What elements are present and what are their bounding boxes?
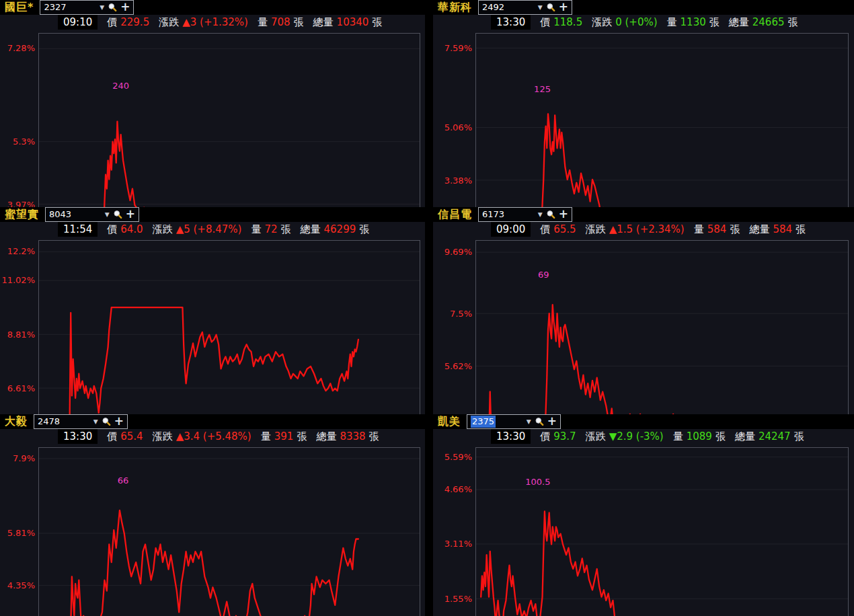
chart-plot[interactable]: 6963.3 (475, 240, 849, 414)
stock-code-combobox[interactable]: 2478 ▼ + (34, 414, 128, 429)
stock-panel: 凱美 2375 ▼ + 13:30 價93.7 漲跌▼2.9 (-3%) 量10… (433, 414, 854, 616)
total-volume-group: 總量24247張 (735, 430, 804, 443)
plus-icon[interactable]: + (120, 1, 130, 13)
volume-unit: 張 (297, 430, 307, 442)
price-line-above-close (481, 305, 788, 414)
chart-area: 5.59%4.66%3.11%1.55%0%-1.55%-3.11%-4.55%… (433, 444, 854, 616)
total-volume-label: 總量 (313, 16, 334, 28)
column-divider (425, 207, 433, 414)
price-line-below-close (44, 307, 358, 414)
price-value: 93.7 (553, 430, 576, 442)
search-icon[interactable] (108, 3, 117, 12)
y-tick-label: 1.55% (444, 594, 472, 604)
price-group: 價93.7 (540, 430, 576, 443)
price-label: 價 (107, 223, 117, 235)
price-label: 價 (540, 430, 550, 442)
total-volume-group: 總量46299張 (301, 223, 370, 236)
chart-area: 7.59%5.06%3.38%1.69%0%-1.69%-3.38% 12511… (433, 30, 854, 207)
quote-status-bar: 09:10 價229.5 漲跌▲3 (+1.32%) 量708張 總量10340… (0, 15, 425, 30)
quote-time: 13:30 (58, 429, 98, 444)
price-line-above-close (44, 122, 358, 207)
y-tick-label: 7.59% (444, 42, 472, 52)
chart-plot[interactable]: 100.593.7 (475, 447, 849, 616)
y-tick-label: 5.62% (444, 360, 472, 371)
chevron-down-icon[interactable]: ▼ (93, 418, 98, 425)
volume-value: 391 (274, 430, 294, 442)
price-group: 價118.5 (540, 16, 582, 29)
price-value: 118.5 (553, 16, 582, 28)
stock-panel: 華新科 2492 ▼ + 13:30 價118.5 漲跌0 (+0%) 量113… (433, 0, 854, 207)
y-axis: 5.59%4.66%3.11%1.55%0%-1.55%-3.11%-4.55% (433, 447, 475, 616)
stock-code-input[interactable]: 2327 (44, 1, 96, 13)
change-group: 漲跌▲5 (+8.47%) (153, 223, 242, 236)
price-label: 價 (540, 223, 550, 235)
price-group: 價64.0 (107, 223, 143, 236)
price-line-above-close (44, 510, 358, 616)
y-tick-label: 3.97% (7, 199, 35, 207)
total-volume-unit: 張 (787, 16, 798, 28)
plus-icon[interactable]: + (114, 416, 124, 427)
volume-label: 量 (258, 16, 268, 28)
stock-panel: 國巨* 2327 ▼ + 09:10 價229.5 漲跌▲3 (+1.32%) … (0, 0, 425, 207)
price-line-above-close (481, 114, 788, 207)
volume-unit: 張 (281, 223, 291, 235)
stock-code-input[interactable]: 2492 (482, 1, 535, 13)
search-icon[interactable] (102, 417, 111, 426)
quote-time: 09:10 (58, 15, 98, 30)
column-divider (425, 414, 433, 616)
total-volume-value: 10340 (337, 16, 369, 28)
chevron-down-icon[interactable]: ▼ (527, 418, 531, 425)
plus-icon[interactable]: + (559, 208, 568, 220)
change-group: 漲跌▼2.9 (-3%) (586, 430, 664, 443)
y-tick-label: 5.81% (7, 528, 35, 538)
plus-icon[interactable]: + (559, 1, 568, 13)
chevron-down-icon[interactable]: ▼ (100, 4, 104, 11)
chevron-down-icon[interactable]: ▼ (105, 211, 110, 218)
total-volume-value: 584 (773, 223, 792, 235)
panel-header: 凱美 2375 ▼ + (433, 414, 854, 429)
chart-plot[interactable]: 6661.5 (38, 447, 420, 616)
y-tick-label: 4.35% (7, 580, 35, 590)
y-tick-label: 9.69% (444, 247, 472, 257)
quote-status-bar: 09:00 價65.5 漲跌▲1.5 (+2.34%) 量584張 總量584張 (433, 222, 854, 237)
plus-icon[interactable]: + (126, 208, 135, 220)
total-volume-group: 總量10340張 (313, 16, 383, 29)
stock-code-combobox[interactable]: 6173 ▼ + (478, 207, 572, 222)
stock-code-combobox[interactable]: 2327 ▼ + (40, 0, 134, 15)
chart-area: 9.69%7.5%5.62%3.75%1.88%0%-1.88%-2.97% 6… (433, 237, 854, 414)
chart-plot[interactable]: 240227 (38, 33, 420, 207)
quote-time: 11:54 (58, 222, 98, 237)
quote-status-bar: 13:30 價65.4 漲跌▲3.4 (+5.48%) 量391張 總量8338… (0, 429, 425, 444)
search-icon[interactable] (546, 3, 555, 12)
total-volume-group: 總量584張 (749, 223, 806, 236)
price-value: 65.5 (553, 223, 576, 235)
search-icon[interactable] (535, 417, 544, 426)
stock-code-combobox[interactable]: 2492 ▼ + (478, 0, 572, 15)
stock-code-input[interactable]: 6173 (482, 208, 535, 221)
chart-plot[interactable]: 125116.5 (475, 33, 849, 207)
search-icon[interactable] (113, 210, 122, 219)
plus-icon[interactable]: + (547, 416, 557, 427)
stock-panel: 蜜望實 8043 ▼ + 11:54 價64.0 漲跌▲5 (+8.47%) 量… (0, 207, 425, 414)
volume-unit: 張 (294, 16, 304, 28)
chevron-down-icon[interactable]: ▼ (538, 4, 543, 11)
stock-name: 蜜望實 (5, 208, 39, 222)
stock-code-input[interactable]: 2478 (38, 416, 90, 428)
stock-code-combobox[interactable]: 2375 ▼ + (467, 414, 561, 429)
stock-code-input[interactable]: 2375 (471, 416, 496, 428)
total-volume-value: 46299 (324, 223, 356, 235)
change-value: ▲1.5 (+2.34%) (609, 223, 685, 235)
panel-header: 華新科 2492 ▼ + (433, 0, 854, 15)
stock-code-combobox[interactable]: 8043 ▼ + (45, 207, 139, 222)
volume-group: 量708張 (258, 16, 304, 29)
chart-area: 12.2%11.02%8.81%6.61%4.41%2.2%0% 58.7 (0, 237, 425, 414)
y-tick-label: 3.75% (444, 413, 472, 414)
total-volume-unit: 張 (372, 16, 382, 28)
stock-code-input[interactable]: 8043 (49, 208, 102, 221)
y-tick-label: 5.06% (444, 122, 472, 132)
search-icon[interactable] (546, 210, 555, 219)
total-volume-value: 24665 (752, 16, 785, 28)
chart-plot[interactable]: 58.7 (38, 240, 420, 414)
price-label: 價 (107, 430, 117, 442)
chevron-down-icon[interactable]: ▼ (538, 211, 543, 218)
